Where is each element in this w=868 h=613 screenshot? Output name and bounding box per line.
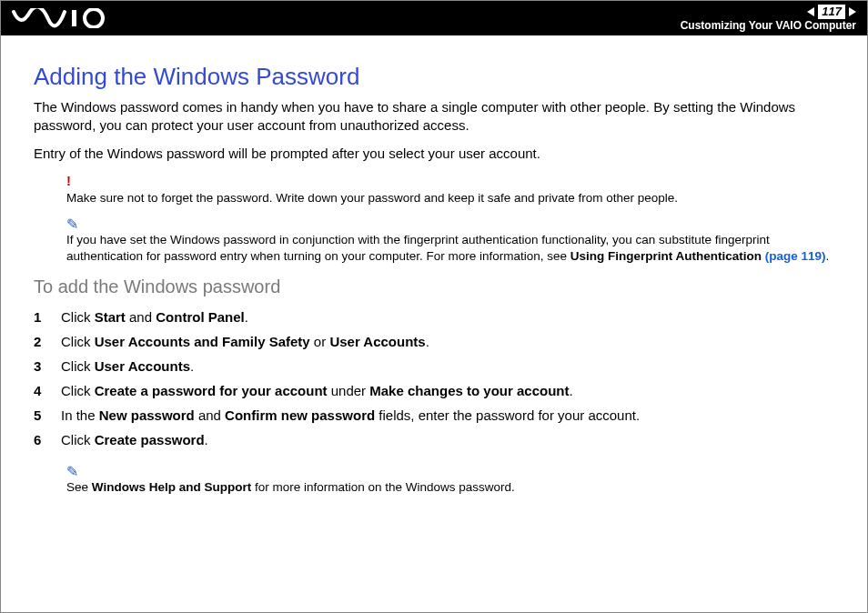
page-navigation: 117	[681, 5, 856, 19]
page-title: Adding the Windows Password	[34, 63, 834, 91]
warning-block: ! Make sure not to forget the password. …	[66, 172, 834, 206]
vaio-logo	[12, 8, 112, 28]
header-right: 117 Customizing Your VAIO Computer	[681, 5, 856, 32]
note-block-2: ✎ See Windows Help and Support for more …	[66, 465, 834, 496]
step-row: 4Click Create a password for your accoun…	[34, 378, 834, 403]
step-row: 3Click User Accounts.	[34, 354, 834, 378]
svg-point-1	[85, 9, 103, 27]
fingerprint-link[interactable]: (page 119)	[765, 249, 826, 263]
page-content: Adding the Windows Password The Windows …	[1, 35, 867, 496]
warning-text: Make sure not to forget the password. Wr…	[66, 191, 678, 205]
warning-icon: !	[66, 172, 834, 190]
step-row: 5In the New password and Confirm new pas…	[34, 403, 834, 427]
section-title: Customizing Your VAIO Computer	[681, 19, 856, 32]
step-row: 6Click Create password.	[34, 427, 834, 452]
note-block-1: ✎ If you have set the Windows password i…	[66, 217, 834, 265]
header-bar: 117 Customizing Your VAIO Computer	[1, 1, 867, 35]
steps-list: 1Click Start and Control Panel. 2Click U…	[34, 305, 834, 452]
intro-paragraph-1: The Windows password comes in handy when…	[34, 98, 834, 136]
step-row: 1Click Start and Control Panel.	[34, 305, 834, 329]
steps-heading: To add the Windows password	[34, 276, 834, 297]
note-icon: ✎	[66, 465, 834, 479]
prev-page-icon[interactable]	[807, 7, 814, 16]
intro-paragraph-2: Entry of the Windows password will be pr…	[34, 145, 834, 163]
note-icon: ✎	[66, 217, 834, 232]
note2-text: See Windows Help and Support for more in…	[66, 480, 515, 494]
svg-rect-0	[72, 10, 76, 26]
note1-text: If you have set the Windows password in …	[66, 233, 829, 263]
page-number: 117	[818, 5, 845, 19]
next-page-icon[interactable]	[849, 7, 856, 16]
step-row: 2Click User Accounts and Family Safety o…	[34, 329, 834, 354]
